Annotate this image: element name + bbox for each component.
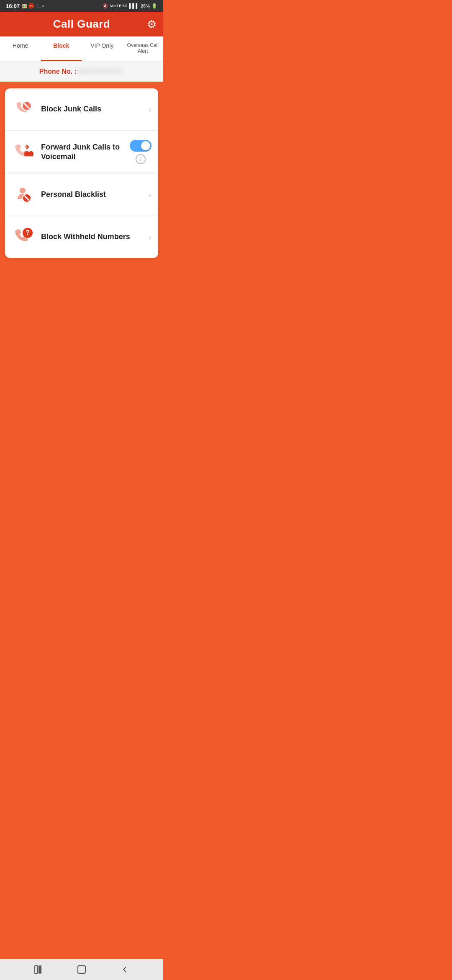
forward-junk-calls-item[interactable]: Forward Junk Calls to Voicemail i xyxy=(5,131,158,174)
app-header: Call Guard ⚙ xyxy=(0,12,163,36)
block-junk-calls-label: Block Junk Calls xyxy=(41,104,145,114)
svg-point-8 xyxy=(25,152,29,156)
settings-button[interactable]: ⚙ xyxy=(147,18,157,31)
svg-point-9 xyxy=(29,152,33,156)
block-withheld-arrow: › xyxy=(149,232,152,242)
tab-vip-label: VIP Only xyxy=(90,42,113,49)
battery-display: 26% xyxy=(141,3,150,8)
phone-label: Phone No. : xyxy=(39,68,77,75)
tab-block[interactable]: Block xyxy=(41,36,82,61)
block-junk-calls-icon xyxy=(12,98,35,121)
forward-junk-calls-icon xyxy=(12,140,35,164)
tab-block-label: Block xyxy=(53,42,69,49)
signal-icon: ▌▌▌ xyxy=(129,3,139,8)
shield-icon: S xyxy=(28,3,34,9)
tab-vip[interactable]: VIP Only xyxy=(82,36,123,61)
tab-overseas-label: Overseas Call Alert xyxy=(127,42,159,54)
personal-blacklist-label: Personal Blacklist xyxy=(41,190,145,199)
background-orange xyxy=(0,265,163,390)
personal-blacklist-icon xyxy=(12,183,35,206)
block-junk-calls-item[interactable]: Block Junk Calls › xyxy=(5,88,158,131)
personal-blacklist-arrow: › xyxy=(149,190,152,200)
block-junk-calls-arrow: › xyxy=(149,105,152,114)
svg-text:?: ? xyxy=(26,229,30,236)
block-withheld-item[interactable]: ? Block Withheld Numbers › xyxy=(5,216,158,258)
status-bar: 16:07 🖼️ S 📞 • 🔇 VoLTE 5G ▌▌▌ 26% 🔋 xyxy=(0,0,163,12)
forward-junk-calls-label: Forward Junk Calls to Voicemail xyxy=(41,142,130,162)
tab-home-label: Home xyxy=(13,42,28,49)
block-withheld-label: Block Withheld Numbers xyxy=(41,232,145,242)
status-icons-right: 🔇 VoLTE 5G ▌▌▌ 26% 🔋 xyxy=(103,3,157,9)
phone-number-bar: Phone No. : 0987654321 xyxy=(0,62,163,82)
phone-number-value: 0987654321 xyxy=(78,68,124,75)
personal-blacklist-item[interactable]: Personal Blacklist › xyxy=(5,174,158,216)
info-icon[interactable]: i xyxy=(136,154,146,164)
tab-home[interactable]: Home xyxy=(0,36,41,61)
block-withheld-icon: ? xyxy=(12,225,35,249)
app-title: Call Guard xyxy=(53,18,110,31)
forward-voicemail-toggle[interactable] xyxy=(130,140,152,152)
mute-icon: 🔇 xyxy=(103,3,108,9)
time-display: 16:07 xyxy=(6,3,20,9)
tab-bar: Home Block VIP Only Overseas Call Alert xyxy=(0,36,163,62)
menu-card: Block Junk Calls › Forward Junk Calls to… xyxy=(5,88,158,258)
status-icons-left: 🖼️ S 📞 • xyxy=(22,3,44,9)
volte-icon: VoLTE 5G xyxy=(110,4,128,8)
tab-overseas[interactable]: Overseas Call Alert xyxy=(123,36,164,61)
status-time: 16:07 🖼️ S 📞 • xyxy=(6,3,44,9)
svg-text:S: S xyxy=(31,4,33,8)
forward-junk-calls-controls: i xyxy=(130,140,152,164)
battery-icon: 🔋 xyxy=(152,3,157,9)
svg-point-10 xyxy=(20,188,26,193)
